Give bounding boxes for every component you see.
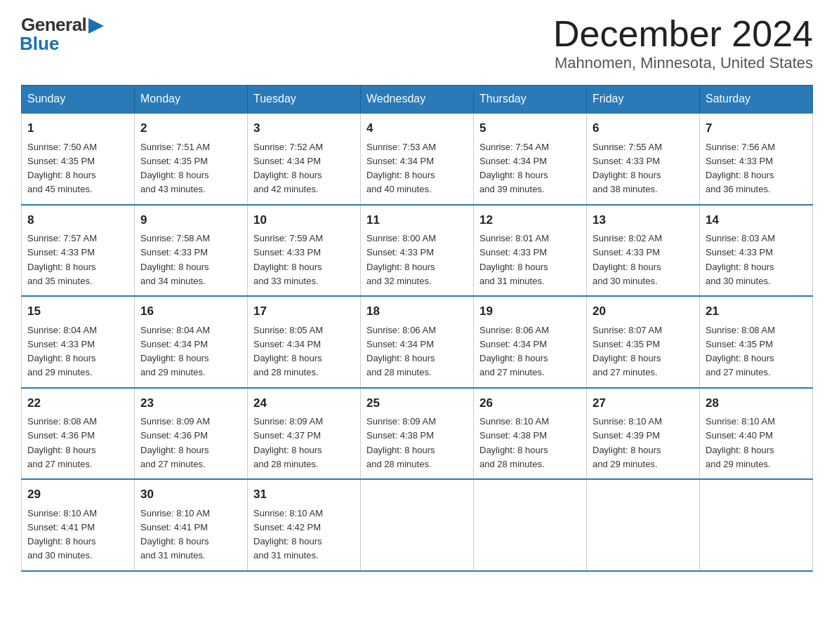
day-info: Sunrise: 7:53 AMSunset: 4:34 PMDaylight:… (366, 142, 436, 195)
day-number: 8 (27, 211, 128, 229)
day-number: 14 (706, 211, 807, 229)
day-number: 11 (366, 211, 468, 229)
title-area: December 2024 Mahnomen, Minnesota, Unite… (553, 14, 813, 72)
day-number: 19 (479, 302, 581, 321)
day-cell: 14Sunrise: 8:03 AMSunset: 4:33 PMDayligh… (700, 205, 813, 297)
day-number: 18 (366, 302, 468, 321)
col-thursday: Thursday (474, 86, 587, 114)
day-cell: 17Sunrise: 8:05 AMSunset: 4:34 PMDayligh… (248, 296, 361, 388)
day-cell: 5Sunrise: 7:54 AMSunset: 4:34 PMDaylight… (474, 113, 587, 205)
day-number: 12 (479, 211, 581, 229)
day-info: Sunrise: 8:09 AMSunset: 4:37 PMDaylight:… (253, 416, 323, 469)
day-number: 10 (253, 211, 355, 229)
day-cell: 22Sunrise: 8:08 AMSunset: 4:36 PMDayligh… (22, 388, 135, 480)
week-row-5: 29Sunrise: 8:10 AMSunset: 4:41 PMDayligh… (22, 479, 813, 571)
col-monday: Monday (135, 86, 248, 114)
day-info: Sunrise: 8:08 AMSunset: 4:35 PMDaylight:… (706, 325, 775, 378)
day-cell (700, 479, 813, 571)
day-cell: 30Sunrise: 8:10 AMSunset: 4:41 PMDayligh… (135, 479, 248, 571)
day-cell: 2Sunrise: 7:51 AMSunset: 4:35 PMDaylight… (135, 113, 248, 205)
day-info: Sunrise: 7:59 AMSunset: 4:33 PMDaylight:… (253, 233, 323, 286)
calendar-header-row: Sunday Monday Tuesday Wednesday Thursday… (22, 86, 813, 114)
day-info: Sunrise: 7:56 AMSunset: 4:33 PMDaylight:… (706, 142, 775, 195)
day-number: 6 (593, 119, 694, 137)
day-info: Sunrise: 8:07 AMSunset: 4:35 PMDaylight:… (593, 325, 662, 378)
col-tuesday: Tuesday (248, 86, 361, 114)
col-friday: Friday (587, 86, 700, 114)
day-number: 7 (706, 119, 807, 137)
day-info: Sunrise: 8:02 AMSunset: 4:33 PMDaylight:… (593, 233, 662, 286)
day-cell: 24Sunrise: 8:09 AMSunset: 4:37 PMDayligh… (248, 388, 361, 480)
day-cell: 8Sunrise: 7:57 AMSunset: 4:33 PMDaylight… (22, 205, 135, 297)
day-cell: 16Sunrise: 8:04 AMSunset: 4:34 PMDayligh… (135, 296, 248, 388)
day-info: Sunrise: 8:10 AMSunset: 4:39 PMDaylight:… (593, 416, 662, 469)
day-info: Sunrise: 8:08 AMSunset: 4:36 PMDaylight:… (27, 416, 97, 469)
day-info: Sunrise: 8:06 AMSunset: 4:34 PMDaylight:… (479, 325, 549, 378)
day-info: Sunrise: 8:10 AMSunset: 4:40 PMDaylight:… (706, 416, 775, 469)
day-cell: 20Sunrise: 8:07 AMSunset: 4:35 PMDayligh… (587, 296, 700, 388)
day-cell: 7Sunrise: 7:56 AMSunset: 4:33 PMDaylight… (700, 113, 813, 205)
day-cell: 4Sunrise: 7:53 AMSunset: 4:34 PMDaylight… (361, 113, 474, 205)
day-cell (474, 479, 587, 571)
day-info: Sunrise: 7:51 AMSunset: 4:35 PMDaylight:… (140, 142, 210, 195)
day-info: Sunrise: 8:00 AMSunset: 4:33 PMDaylight:… (366, 233, 436, 286)
day-number: 30 (140, 485, 241, 504)
logo: General Blue (21, 14, 104, 55)
day-number: 16 (140, 302, 241, 321)
day-cell: 9Sunrise: 7:58 AMSunset: 4:33 PMDaylight… (135, 205, 248, 297)
day-number: 25 (366, 394, 468, 412)
day-cell: 11Sunrise: 8:00 AMSunset: 4:33 PMDayligh… (361, 205, 474, 297)
col-sunday: Sunday (22, 86, 135, 114)
day-cell: 15Sunrise: 8:04 AMSunset: 4:33 PMDayligh… (22, 296, 135, 388)
day-number: 21 (706, 302, 807, 321)
day-cell: 23Sunrise: 8:09 AMSunset: 4:36 PMDayligh… (135, 388, 248, 480)
week-row-2: 8Sunrise: 7:57 AMSunset: 4:33 PMDaylight… (22, 205, 813, 297)
svg-marker-0 (88, 18, 104, 34)
day-info: Sunrise: 8:06 AMSunset: 4:34 PMDaylight:… (366, 325, 436, 378)
day-number: 1 (27, 119, 128, 137)
logo-blue-text: Blue (20, 33, 59, 54)
day-number: 20 (593, 302, 694, 321)
week-row-3: 15Sunrise: 8:04 AMSunset: 4:33 PMDayligh… (22, 296, 813, 388)
page-header: General Blue December 2024 Mahnomen, Min… (21, 14, 813, 72)
day-info: Sunrise: 8:10 AMSunset: 4:38 PMDaylight:… (479, 416, 549, 469)
day-info: Sunrise: 8:04 AMSunset: 4:33 PMDaylight:… (27, 325, 97, 378)
day-cell: 6Sunrise: 7:55 AMSunset: 4:33 PMDaylight… (587, 113, 700, 205)
day-number: 9 (140, 211, 241, 229)
day-info: Sunrise: 8:10 AMSunset: 4:41 PMDaylight:… (140, 508, 210, 561)
day-cell: 18Sunrise: 8:06 AMSunset: 4:34 PMDayligh… (361, 296, 474, 388)
day-info: Sunrise: 8:10 AMSunset: 4:41 PMDaylight:… (27, 508, 97, 561)
day-number: 17 (253, 302, 355, 321)
day-number: 5 (479, 119, 581, 137)
day-cell: 3Sunrise: 7:52 AMSunset: 4:34 PMDaylight… (248, 113, 361, 205)
day-number: 27 (593, 394, 694, 412)
day-number: 24 (253, 394, 355, 412)
day-cell: 12Sunrise: 8:01 AMSunset: 4:33 PMDayligh… (474, 205, 587, 297)
day-info: Sunrise: 7:58 AMSunset: 4:33 PMDaylight:… (140, 233, 210, 286)
logo-triangle-icon (88, 18, 104, 34)
day-cell: 21Sunrise: 8:08 AMSunset: 4:35 PMDayligh… (700, 296, 813, 388)
day-info: Sunrise: 8:05 AMSunset: 4:34 PMDaylight:… (253, 325, 323, 378)
day-info: Sunrise: 7:54 AMSunset: 4:34 PMDaylight:… (479, 142, 549, 195)
day-cell (361, 479, 474, 571)
day-number: 4 (366, 119, 468, 137)
day-number: 22 (27, 394, 128, 412)
day-number: 29 (27, 485, 128, 504)
location-subtitle: Mahnomen, Minnesota, United States (553, 54, 813, 72)
month-title: December 2024 (553, 14, 813, 54)
day-info: Sunrise: 7:52 AMSunset: 4:34 PMDaylight:… (253, 142, 323, 195)
day-cell: 26Sunrise: 8:10 AMSunset: 4:38 PMDayligh… (474, 388, 587, 480)
day-number: 3 (253, 119, 355, 137)
day-cell (587, 479, 700, 571)
day-info: Sunrise: 8:09 AMSunset: 4:38 PMDaylight:… (366, 416, 436, 469)
day-cell: 31Sunrise: 8:10 AMSunset: 4:42 PMDayligh… (248, 479, 361, 571)
day-number: 13 (593, 211, 694, 229)
day-cell: 13Sunrise: 8:02 AMSunset: 4:33 PMDayligh… (587, 205, 700, 297)
day-cell: 29Sunrise: 8:10 AMSunset: 4:41 PMDayligh… (22, 479, 135, 571)
day-number: 2 (140, 119, 241, 137)
day-cell: 1Sunrise: 7:50 AMSunset: 4:35 PMDaylight… (22, 113, 135, 205)
calendar-table: Sunday Monday Tuesday Wednesday Thursday… (21, 85, 813, 572)
col-wednesday: Wednesday (361, 86, 474, 114)
week-row-1: 1Sunrise: 7:50 AMSunset: 4:35 PMDaylight… (22, 113, 813, 205)
col-saturday: Saturday (700, 86, 813, 114)
